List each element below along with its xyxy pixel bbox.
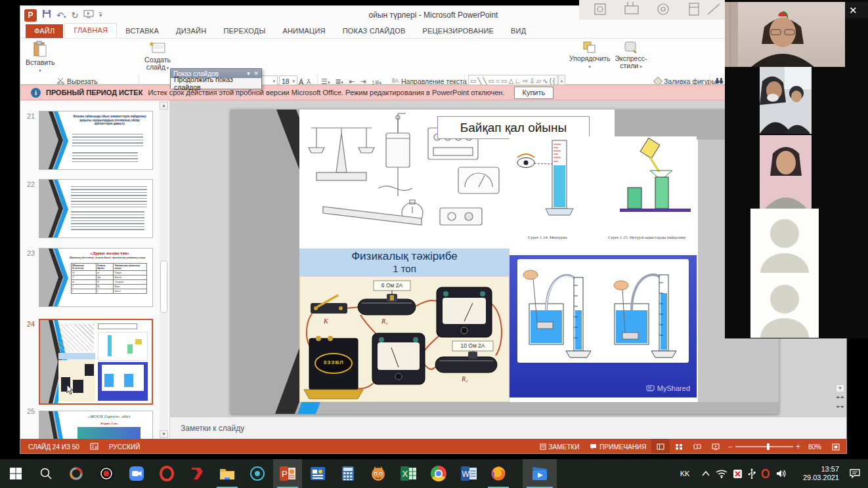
view-slideshow-button[interactable] [706, 439, 725, 454]
binoculars-icon [715, 77, 724, 85]
thumb-chevron [39, 411, 68, 439]
thumb22-textlines2 [71, 211, 144, 231]
taskbar-recorder[interactable] [92, 459, 121, 488]
thumb24-banner [58, 353, 95, 359]
wallpaper-tech-pattern [579, 0, 725, 20]
zoom-in-button[interactable]: + [793, 439, 803, 454]
clipboard-icon [33, 41, 47, 58]
resume-slideshow-menu-item[interactable]: Продолжить показ слайдов [171, 78, 261, 89]
tray-hidden-icons[interactable] [697, 459, 714, 488]
view-normal-button[interactable] [651, 439, 670, 454]
thumb-chevron [39, 180, 68, 238]
tray-clock[interactable]: 13:57 29.03.2021 [803, 459, 839, 488]
taskbar-file-explorer[interactable] [213, 459, 242, 488]
taskbar-opera[interactable] [152, 459, 181, 488]
notes-pane[interactable]: Заметки к слайду [170, 417, 847, 439]
tab-review[interactable]: РЕЦЕНЗИРОВАНИЕ [414, 24, 502, 38]
slide-counter[interactable]: СЛАЙД 24 ИЗ 50 [20, 439, 85, 454]
start-button[interactable] [1, 459, 30, 488]
clock-time: 13:57 [803, 465, 839, 474]
tab-file[interactable]: ФАЙЛ [26, 24, 63, 38]
notes-toggle[interactable]: ЗАМЕТКИ [534, 439, 585, 454]
tray-opera[interactable] [758, 459, 773, 488]
zoom-slider[interactable] [735, 446, 793, 447]
close-icon[interactable]: ✕ [849, 6, 857, 14]
slide-title-box[interactable]: Байқап қал ойыны [437, 116, 590, 139]
taskbar-app-ring[interactable] [62, 459, 91, 488]
undo-icon[interactable]: ↶▾ [56, 10, 66, 20]
taskbar-excel[interactable]: X [394, 459, 423, 488]
slide-22-thumbnail[interactable] [39, 179, 153, 238]
powerpoint-logo-icon[interactable]: P [24, 9, 37, 22]
tab-view[interactable]: ВИД [502, 24, 534, 38]
next-slide-button[interactable]: ⏷⏷ [836, 404, 844, 412]
taskbar-office-blue-app[interactable] [303, 459, 332, 488]
video-participant-2[interactable] [760, 67, 812, 134]
previous-slide-button[interactable]: ⏶⏶ [836, 394, 844, 402]
banner-line1: Физикалық тәжірибе [299, 249, 510, 263]
thumbnails-scroll-track[interactable] [160, 110, 168, 431]
buy-button[interactable]: Купить [514, 87, 554, 99]
circuit-figure[interactable]: 6 Ом 2А 10 Ом 2А К R₁ R₂ ЗЗЗВЛ [299, 276, 510, 402]
language-indicator[interactable]: РУССКИЙ [104, 439, 145, 454]
taskbar-chrome[interactable] [424, 459, 453, 488]
tray-volume[interactable] [772, 459, 791, 488]
tray-language[interactable]: KK [674, 459, 696, 488]
start-slideshow-icon[interactable] [83, 9, 94, 21]
quick-styles-button[interactable]: Экспресс-стили ▾ [613, 41, 649, 80]
taskbar-word[interactable]: W [454, 459, 483, 488]
view-reading-button[interactable] [688, 439, 706, 454]
slide-21-thumbnail[interactable]: Физика сабағында ойын элементтерін пайда… [39, 111, 153, 170]
save-icon[interactable] [42, 9, 51, 21]
thumb-chevron [39, 112, 68, 170]
comments-toggle[interactable]: ПРИМЕЧАНИЯ [584, 439, 651, 454]
tab-insert[interactable]: ВСТАВКА [117, 24, 167, 38]
taskbar-powerpoint[interactable]: P [273, 459, 302, 488]
current-slide[interactable]: Байқап қал ойыны Физикалық тәжірибе 1 то… [230, 110, 779, 414]
editor-scroll-down[interactable]: ▼ [836, 384, 844, 392]
taskbar-red-app[interactable] [183, 459, 211, 488]
slide-23-thumbnail[interactable]: «Дұрыс жолды тап» Шаманың белгіленуі, өл… [39, 248, 153, 307]
zoom-slider-handle[interactable] [767, 443, 770, 450]
customize-qat-icon[interactable]: ▾ [99, 12, 102, 18]
r1-label: R₁ [381, 317, 388, 325]
zoom-percentage[interactable]: 80% [803, 439, 827, 454]
thumbnails-scroll-thumb[interactable] [160, 260, 167, 313]
scratch-cat-icon [370, 466, 386, 481]
taskbar-scratch[interactable] [364, 459, 393, 488]
tray-wifi[interactable] [713, 459, 730, 488]
paste-button[interactable]: Вставить▾ [26, 41, 54, 80]
video-participant-3[interactable] [760, 135, 812, 209]
taskbar-movies-app[interactable] [523, 459, 557, 488]
redo-icon[interactable]: ↻ [71, 10, 78, 20]
taskbar-firefox[interactable] [484, 459, 513, 488]
figures-panel[interactable]: Сурет 1.14. Мензурка Сурет 1.15. Әртүрлі… [510, 136, 697, 253]
thumbnails-scroll-up[interactable]: ▲ [160, 102, 168, 110]
action-center-button[interactable] [843, 459, 867, 488]
taskbar-calculator[interactable] [334, 459, 362, 488]
taskbar-zoom[interactable] [122, 459, 151, 488]
video-participant-1[interactable] [725, 2, 845, 67]
tab-slideshow[interactable]: ПОКАЗ СЛАЙДОВ [334, 24, 414, 38]
trial-title: ПРОБНЫЙ ПЕРИОД ИСТЕК [46, 89, 142, 96]
manometer-image[interactable]: MyShared [510, 255, 697, 397]
fit-slide-button[interactable] [827, 439, 846, 454]
slide-25-thumbnail[interactable]: «ЖООХ Гарпун» әдісі 4 сурет, 1 сш [39, 411, 153, 439]
arrange-button[interactable]: Упорядочить▾ [569, 41, 610, 80]
experiment-banner[interactable]: Физикалық тәжірибе 1 топ [299, 249, 510, 276]
manometer-inner-panel [517, 259, 689, 363]
thumbnails-scroll-down[interactable]: ▼ [160, 430, 168, 438]
zoom-out-button[interactable]: − [725, 439, 735, 454]
new-slide-button[interactable]: Создать слайд ▾ [142, 41, 173, 80]
taskbar-search-button[interactable] [32, 459, 60, 488]
arrange-icon [582, 41, 597, 54]
tab-transitions[interactable]: ПЕРЕХОДЫ [215, 24, 274, 38]
tab-home[interactable]: ГЛАВНАЯ [64, 23, 117, 38]
tab-animations[interactable]: АНИМАЦИЯ [274, 24, 334, 38]
participant-2-silhouette [760, 67, 812, 134]
taskbar-circle-app[interactable] [243, 459, 272, 488]
slide-24-thumbnail[interactable] [39, 319, 153, 405]
tab-design[interactable]: ДИЗАЙН [167, 24, 215, 38]
spellcheck-icon[interactable]: x [85, 439, 104, 454]
view-sorter-button[interactable] [670, 439, 688, 454]
